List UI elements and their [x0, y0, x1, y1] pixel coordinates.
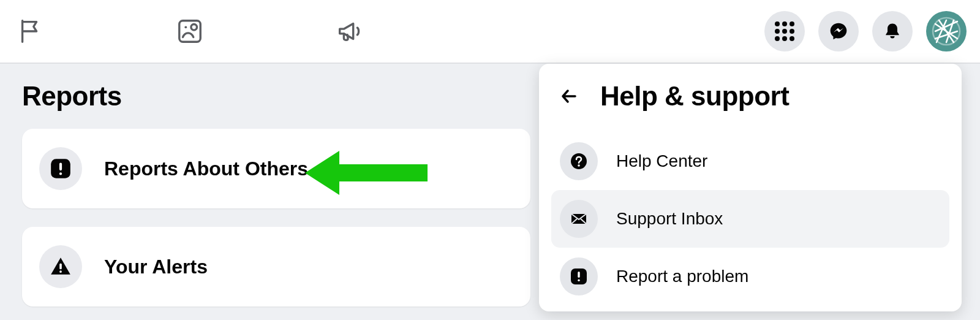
svg-rect-15 — [578, 280, 579, 281]
help-support-popover: Help & support Help Center Support Inbox… — [539, 64, 962, 311]
notifications-button[interactable] — [872, 11, 913, 51]
card-label: Reports About Others — [104, 158, 308, 180]
alert-square-icon — [39, 147, 82, 190]
svg-point-2 — [184, 26, 187, 28]
svg-point-1 — [191, 25, 197, 31]
bell-icon — [883, 21, 902, 41]
menu-item-report-problem[interactable]: Report a problem — [551, 248, 949, 305]
grid-icon — [775, 21, 794, 41]
svg-rect-7 — [59, 264, 62, 270]
top-navbar-left — [0, 13, 368, 50]
avatar-icon — [930, 15, 962, 47]
messenger-button[interactable] — [818, 11, 859, 51]
menu-label: Support Inbox — [616, 209, 723, 229]
svg-rect-5 — [59, 163, 62, 171]
insights-icon[interactable] — [172, 13, 208, 50]
popover-header: Help & support — [551, 81, 949, 112]
your-alerts-card[interactable]: Your Alerts — [22, 227, 530, 307]
menu-label: Report a problem — [616, 267, 748, 286]
svg-rect-6 — [59, 172, 62, 175]
menu-grid-button[interactable] — [764, 11, 805, 51]
popover-title: Help & support — [600, 81, 789, 112]
svg-rect-14 — [578, 272, 579, 278]
menu-label: Help Center — [616, 151, 707, 171]
svg-rect-0 — [179, 21, 201, 42]
warning-triangle-icon — [39, 245, 82, 288]
inbox-icon — [560, 200, 598, 238]
menu-item-help-center[interactable]: Help Center — [551, 132, 949, 190]
help-circle-icon — [560, 142, 598, 180]
megaphone-icon[interactable] — [331, 13, 368, 50]
svg-point-11 — [578, 164, 580, 167]
arrow-left-icon — [559, 86, 580, 107]
menu-item-support-inbox[interactable]: Support Inbox — [551, 190, 949, 248]
top-navbar-right — [764, 11, 980, 51]
back-button[interactable] — [556, 83, 583, 110]
card-label: Your Alerts — [104, 256, 208, 278]
messenger-icon — [829, 21, 848, 41]
flag-icon[interactable] — [12, 13, 49, 50]
profile-avatar[interactable] — [926, 11, 967, 51]
top-navbar — [0, 0, 980, 64]
reports-about-others-card[interactable]: Reports About Others — [22, 129, 530, 208]
alert-square-icon — [560, 257, 598, 295]
svg-rect-8 — [59, 270, 62, 273]
